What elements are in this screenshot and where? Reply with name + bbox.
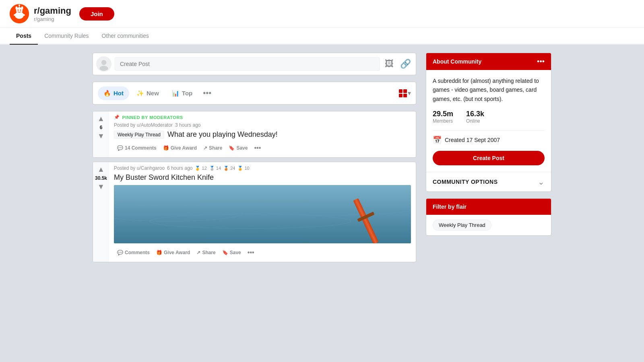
give-award-button[interactable]: 🎁 Give Award [160,143,200,153]
flair-title: Filter by flair [433,204,466,210]
view-toggle[interactable]: ▾ [399,89,411,97]
top-label: Top [182,90,192,97]
pin-icon: 📌 [114,115,120,120]
about-community-body: A subreddit for (almost) anything relate… [426,70,551,172]
chevron-down-icon: ⌄ [538,177,545,187]
post-actions-2: 💬 Comments 🎁 Give Award ↗ Share 🔖 Save [114,247,411,259]
post-title-2: My Buster Sword Kitchen Knife [114,173,411,182]
create-post-input[interactable] [115,57,380,71]
upvote-button-2[interactable]: ▲ [97,165,105,174]
award-2: 🥈 14 [209,166,221,171]
share-icon-2: ↗ [196,250,200,255]
downvote-button-2[interactable]: ▼ [97,183,105,191]
vote-column: ▲ 6 ▼ [93,111,109,157]
post-time-2: 6 hours ago [167,165,192,171]
post-author[interactable]: Posted by u/AutoModerator [114,122,173,128]
view-chevron-icon: ▾ [408,89,411,97]
new-icon: ✨ [136,90,144,97]
pinned-banner: 📌 PINNED BY MODERATORS [114,115,411,120]
subreddit-title: r/gaming [34,6,71,16]
svg-point-10 [19,4,20,6]
header: r/gaming r/gaming Join [0,0,644,28]
post-meta: Posted by u/AutoModerator 3 hours ago [114,122,411,128]
flair-header: Filter by flair [426,199,551,215]
about-community-header: About Community ••• [426,53,551,70]
vote-count-2: 30.5k [95,175,107,181]
create-post-avatar [96,56,111,72]
post-meta-2: Posted by u/Canhgaroo 6 hours ago 🥇 12 🥈… [114,165,411,171]
give-award-button-2[interactable]: 🎁 Give Award [153,247,193,258]
sort-hot-button[interactable]: 🔥 Hot [98,86,129,100]
community-options-row[interactable]: COMMUNITY OPTIONS ⌄ [426,172,551,191]
sort-more-button[interactable]: ••• [200,85,215,101]
award-1: 🥇 12 [195,166,206,171]
comments-button-2[interactable]: 💬 Comments [114,247,153,258]
online-label: Online [466,118,484,124]
post-image-container [114,185,411,243]
divider [433,130,545,131]
tab-community-rules[interactable]: Community Rules [38,28,95,45]
flair-weekly-play-thread[interactable]: Weekly Play Thread [433,220,491,230]
join-button[interactable]: Join [79,7,114,21]
hot-icon: 🔥 [103,90,111,97]
svg-point-6 [21,6,23,10]
members-label: Members [433,118,453,124]
tab-posts[interactable]: Posts [10,28,38,45]
header-title-group: r/gaming r/gaming [34,6,71,22]
svg-point-5 [16,6,18,10]
svg-point-13 [99,66,108,71]
members-count: 29.5m [433,110,453,118]
subreddit-logo [10,4,29,23]
save-icon: 🔖 [229,145,235,151]
link-button[interactable]: 🔗 [398,57,413,71]
pinned-label: PINNED BY MODERATORS [122,115,183,120]
image-upload-button[interactable]: 🖼 [383,57,395,71]
main-layout: 🖼 🔗 🔥 Hot ✨ New 📊 Top ••• [85,53,559,266]
share-icon: ↗ [203,145,207,151]
hot-label: Hot [114,90,124,97]
svg-point-4 [20,10,21,11]
about-more-button[interactable]: ••• [537,58,545,65]
vote-column-2: ▲ 30.5k ▼ [93,162,109,262]
share-button[interactable]: ↗ Share [200,143,225,153]
post-title: Weekly Play Thread What are you playing … [114,130,411,139]
save-icon-2: 🔖 [222,250,228,255]
comment-icon: 💬 [117,145,123,151]
svg-point-3 [18,10,19,11]
sort-bar: 🔥 Hot ✨ New 📊 Top ••• ▾ [93,82,416,105]
post-more-button[interactable]: ••• [251,142,264,154]
community-created: 📅 Created 17 Sept 2007 [433,136,545,144]
subreddit-subtitle: r/gaming [34,16,71,22]
feed: 🖼 🔗 🔥 Hot ✨ New 📊 Top ••• [93,53,416,266]
about-title: About Community [433,58,481,65]
online-stat: 16.3k Online [466,110,484,124]
save-button-2[interactable]: 🔖 Save [219,247,244,258]
post-author-2[interactable]: Posted by u/Canhgaroo [114,165,165,171]
post-flair-badge[interactable]: Weekly Play Thread [114,131,164,139]
comments-button[interactable]: 💬 14 Comments [114,143,160,153]
community-stats: 29.5m Members 16.3k Online [433,110,545,124]
post-time: 3 hours ago [175,122,200,128]
post-card-pinned: ▲ 6 ▼ 📌 PINNED BY MODERATORS Posted by u… [93,111,416,158]
share-button-2[interactable]: ↗ Share [193,247,219,258]
created-date: Created 17 Sept 2007 [445,137,500,143]
comment-count: 14 Comments [125,145,157,151]
new-label: New [147,90,159,97]
award-icon-2: 🎁 [156,250,162,255]
filter-by-flair-card: Filter by flair Weekly Play Thread [426,198,551,236]
sort-new-button[interactable]: ✨ New [131,86,165,100]
tab-other-communities[interactable]: Other communities [95,28,155,45]
sort-top-button[interactable]: 📊 Top [166,86,198,100]
vote-count: 6 [100,125,103,130]
post-card-sword: ▲ 30.5k ▼ Posted by u/Canhgaroo 6 hours … [93,162,416,262]
svg-point-12 [101,60,107,65]
award-4: 🏅 10 [237,166,249,171]
flair-body: Weekly Play Thread [426,215,551,235]
sidebar-create-post-button[interactable]: Create Post [433,151,545,165]
top-icon: 📊 [172,90,180,97]
upvote-button[interactable]: ▲ [97,115,105,123]
calendar-icon: 📅 [433,136,442,144]
save-button[interactable]: 🔖 Save [225,143,251,153]
post-more-button-2[interactable]: ••• [244,247,258,259]
downvote-button[interactable]: ▼ [97,132,105,140]
